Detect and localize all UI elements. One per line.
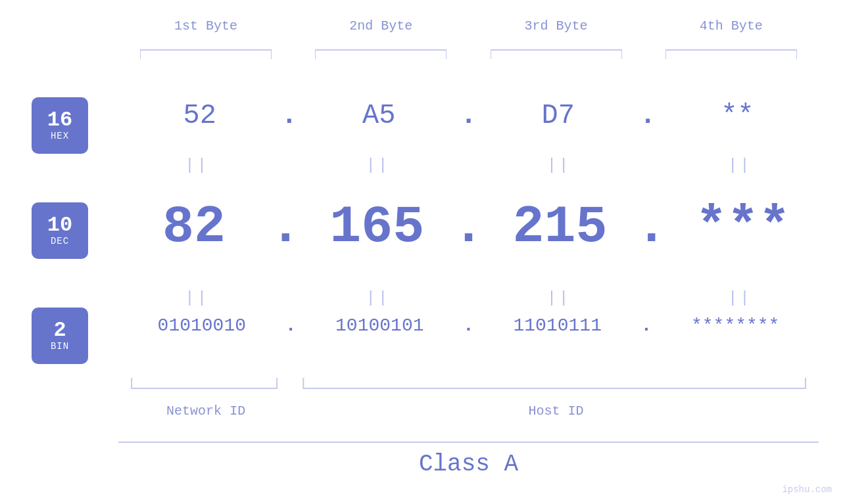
bin-byte-1: 01010010 xyxy=(118,315,285,336)
dec-base-number: 10 xyxy=(47,215,72,236)
hex-base-number: 16 xyxy=(47,110,72,131)
top-brackets xyxy=(118,47,819,60)
bottom-section: Network ID Host ID xyxy=(118,375,819,419)
dec-byte-1: 82 xyxy=(118,197,270,257)
main-container: 16 HEX 10 DEC 2 BIN 1st Byte 2nd Byte 3r… xyxy=(0,0,845,504)
dec-dot-1: . xyxy=(270,197,301,257)
hex-dot-2: . xyxy=(460,100,477,131)
bin-dot-1: . xyxy=(285,315,297,336)
byte-headers: 1st Byte 2nd Byte 3rd Byte 4th Byte xyxy=(118,18,819,34)
bin-dot-2: . xyxy=(463,315,474,336)
bin-dot-3: . xyxy=(641,315,652,336)
dec-base-label: DEC xyxy=(51,236,69,246)
eq-5: || xyxy=(118,289,276,307)
network-id-label: Network ID xyxy=(118,403,293,419)
eq-1: || xyxy=(118,156,276,174)
byte-header-2: 2nd Byte xyxy=(293,18,468,34)
equals-dec-bin: || || || || xyxy=(118,289,819,307)
class-row: Class A xyxy=(118,442,819,478)
bin-byte-4: ******** xyxy=(652,315,819,336)
dec-byte-4: *** xyxy=(667,197,819,257)
hex-badge: 16 HEX xyxy=(32,97,88,154)
byte-header-3: 3rd Byte xyxy=(469,18,644,34)
bottom-brackets-svg xyxy=(118,375,819,395)
eq-2: || xyxy=(299,156,456,174)
dec-byte-2: 165 xyxy=(301,197,452,257)
hex-dot-1: . xyxy=(281,100,297,131)
top-bracket-1 xyxy=(118,47,293,60)
bottom-label-row: Network ID Host ID xyxy=(118,403,819,419)
class-divider xyxy=(118,442,819,443)
dec-badge: 10 DEC xyxy=(32,202,88,259)
top-bracket-4 xyxy=(644,47,819,60)
bin-row: 01010010 . 10100101 . 11010111 . *******… xyxy=(118,315,819,336)
dec-row: 82 . 165 . 215 . *** xyxy=(118,197,819,257)
equals-hex-dec: || || || || xyxy=(118,156,819,174)
watermark: ipshu.com xyxy=(782,484,832,495)
bin-byte-2: 10100101 xyxy=(296,315,463,336)
hex-byte-4: ** xyxy=(656,100,819,131)
hex-dot-3: . xyxy=(639,100,656,131)
eq-3: || xyxy=(480,156,637,174)
eq-8: || xyxy=(662,289,819,307)
host-id-label: Host ID xyxy=(293,403,819,419)
dec-dot-3: . xyxy=(636,197,667,257)
hex-byte-3: D7 xyxy=(477,100,639,131)
eq-6: || xyxy=(299,289,456,307)
hex-row: 52 . A5 . D7 . ** xyxy=(118,100,819,131)
dec-byte-3: 215 xyxy=(485,197,636,257)
byte-header-4: 4th Byte xyxy=(644,18,819,34)
class-label: Class A xyxy=(118,451,819,478)
eq-7: || xyxy=(480,289,637,307)
bin-base-label: BIN xyxy=(51,341,69,352)
eq-4: || xyxy=(662,156,819,174)
hex-base-label: HEX xyxy=(51,131,69,141)
hex-byte-2: A5 xyxy=(298,100,460,131)
byte-header-1: 1st Byte xyxy=(118,18,293,34)
bin-byte-3: 11010111 xyxy=(474,315,641,336)
bin-base-number: 2 xyxy=(53,320,66,341)
top-bracket-2 xyxy=(293,47,468,60)
hex-byte-1: 52 xyxy=(118,100,281,131)
dec-dot-2: . xyxy=(452,197,484,257)
top-bracket-3 xyxy=(469,47,644,60)
bin-badge: 2 BIN xyxy=(32,308,88,364)
